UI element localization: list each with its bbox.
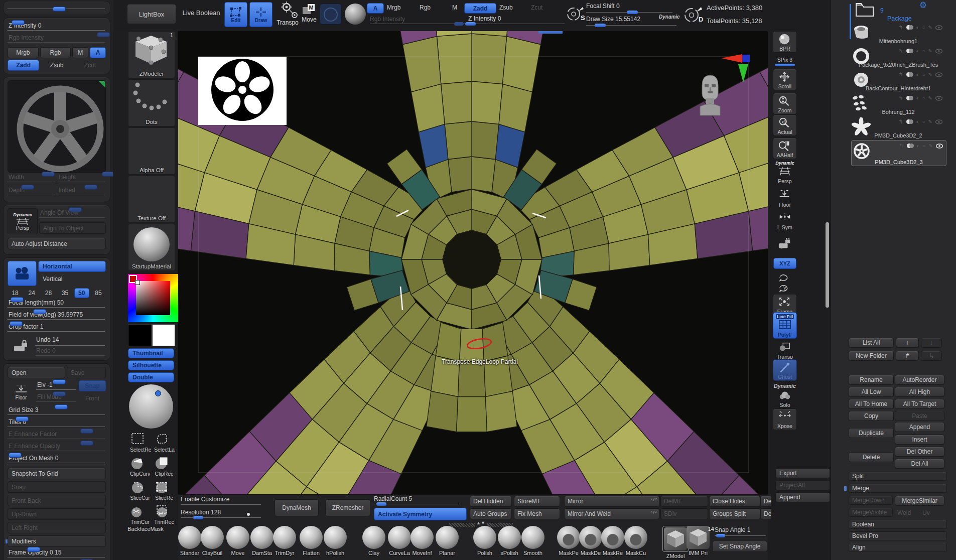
brush-icon[interactable]: ✎	[928, 72, 932, 77]
geom-del-hidden-button[interactable]: Del Hidden	[470, 496, 512, 507]
clipped-slider[interactable]	[8, 6, 106, 11]
radial-count-track[interactable]	[374, 504, 458, 504]
frame-opacity-slider[interactable]: Frame Opacity 0.15	[8, 549, 106, 560]
shelf-zoom-button[interactable]: Zoom	[773, 93, 797, 114]
m-mode-button[interactable]: M	[452, 4, 457, 11]
depth-slider[interactable]: Depth	[8, 187, 56, 198]
eye-icon[interactable]	[935, 25, 942, 30]
up-down-button[interactable]: Up-Down	[8, 508, 106, 520]
uv-button[interactable]: Uv	[922, 509, 930, 516]
tray-tool-selectre[interactable]: SelectRe	[130, 432, 150, 453]
all-high-button[interactable]: All High	[895, 387, 944, 397]
rgb-mode-button[interactable]: Rgb	[420, 4, 431, 11]
split-button[interactable]: Split	[849, 472, 947, 481]
focal-35[interactable]: 35	[58, 288, 73, 298]
move-out-folder-button[interactable]: ↱	[896, 351, 919, 361]
tray-item-texture-off[interactable]: Texture Off	[128, 176, 175, 223]
boolean-button[interactable]: Boolean	[849, 520, 947, 529]
half-icon[interactable]: ◐	[916, 72, 919, 77]
half-icon[interactable]: ◐	[916, 25, 919, 30]
polypaint-icon[interactable]	[906, 72, 913, 77]
tool-preview[interactable]	[8, 80, 106, 173]
floor-button[interactable]: Floor	[8, 380, 35, 404]
focal-shift-thumb[interactable]	[627, 11, 638, 14]
subtool-row-icons[interactable]: ↰◐○✎	[898, 48, 942, 54]
geom-storemt-button[interactable]: StoreMT	[514, 496, 560, 507]
width-slider[interactable]: Width	[8, 174, 56, 185]
folder-name[interactable]: Package	[887, 15, 912, 22]
subtool-row-2[interactable]: ↰◐○✎Package_9x20Inch_ZBrush_Tes	[851, 46, 945, 68]
circle-icon[interactable]: ○	[922, 72, 925, 77]
elv-slider[interactable]: Elv -1	[36, 381, 77, 392]
list-arrow-icon[interactable]: ↰	[898, 48, 903, 54]
open-button[interactable]: Open	[8, 367, 65, 378]
color-picker-square[interactable]	[136, 281, 170, 315]
shelf-xyz-button[interactable]: XYZ	[773, 258, 797, 269]
brush-maskcu[interactable]: MaskCu	[622, 526, 650, 556]
m-button[interactable]: M	[72, 47, 88, 58]
z-intensity-slider[interactable]: Z Intensity 0	[8, 22, 106, 33]
imbed-slider[interactable]: Imbed	[58, 187, 106, 198]
half-icon[interactable]: ◐	[916, 48, 919, 54]
list-arrow-icon[interactable]: ↰	[898, 118, 903, 125]
color-picker[interactable]	[128, 274, 178, 322]
main-color-swatch[interactable]	[128, 324, 152, 346]
all-to-home-button[interactable]: All To Home	[849, 399, 894, 409]
brush-polish[interactable]: Polish	[471, 526, 499, 556]
focal-85[interactable]: 85	[91, 288, 106, 298]
brush-icon[interactable]: ✎	[928, 48, 932, 54]
align-button[interactable]: Align	[849, 543, 947, 552]
enable-customize-track[interactable]	[181, 504, 261, 505]
gradient-swatch[interactable]	[320, 4, 342, 25]
floor-snap-button[interactable]: Snap	[79, 380, 106, 391]
auto-reorder-button[interactable]: AutoReorder	[895, 375, 944, 385]
all-to-target-button[interactable]: All To Target	[895, 399, 944, 409]
shelf-transp-button[interactable]: Transp	[773, 341, 797, 360]
gear-icon[interactable]: ⚙	[919, 0, 927, 11]
weld-button[interactable]: Weld	[897, 509, 911, 516]
brush-hpolish[interactable]: hPolish	[321, 526, 349, 556]
modifiers-button[interactable]: Modifiers	[8, 535, 106, 547]
rename-button[interactable]: Rename	[849, 375, 894, 385]
shelf-aahalf-button[interactable]: AAHalf	[773, 137, 797, 159]
insert-button[interactable]: Insert	[895, 435, 944, 445]
lightbox-button[interactable]: LightBox	[127, 4, 176, 24]
fill-mode-slider[interactable]: Fill Mode	[36, 393, 77, 404]
focal-24[interactable]: 24	[24, 288, 39, 298]
align-to-object-button[interactable]: Align To Object	[39, 222, 106, 234]
auto-adjust-distance-button[interactable]: Auto Adjust Distance	[8, 238, 106, 249]
grid-size-slider[interactable]: Grid Size 3	[8, 406, 106, 417]
merge-visible-button[interactable]: MergeVisible	[849, 508, 893, 517]
subtool-row-icons[interactable]: ↰◐○✎	[899, 143, 943, 149]
project-on-mesh-slider[interactable]: Project On Mesh 0	[8, 455, 106, 466]
export-button[interactable]: Export	[775, 468, 830, 478]
preview-light-sphere[interactable]	[129, 384, 173, 429]
snap-angle-label[interactable]: Snap Angle 1	[715, 526, 750, 533]
eye-icon[interactable]	[935, 96, 942, 101]
polypaint-icon[interactable]	[906, 119, 913, 124]
list-arrow-icon[interactable]: ↰	[898, 24, 903, 31]
camview-head-widget[interactable]	[695, 71, 725, 116]
polypaint-icon[interactable]	[906, 96, 913, 100]
light-dot[interactable]	[155, 390, 161, 396]
folder-icon[interactable]	[855, 2, 874, 17]
enable-customize-label[interactable]: Enable Customize	[181, 496, 229, 503]
e-enhance-opacity-slider[interactable]: E Enhance Opacity	[8, 443, 106, 454]
eye-icon[interactable]	[935, 119, 942, 124]
focal-18[interactable]: 18	[8, 288, 23, 298]
shelf-polyf-button[interactable]: Line FillPolyF	[773, 312, 797, 339]
half-icon[interactable]: ◐	[916, 119, 919, 124]
activate-symmetry-button[interactable]: Activate Symmetry	[374, 508, 467, 520]
half-icon[interactable]: ◐	[916, 95, 919, 101]
focal-length-slider[interactable]: Focal length(mm) 50	[8, 299, 106, 310]
rgb-intensity-thumb[interactable]	[454, 22, 464, 26]
geom-mirror-button[interactable]: Mirrorxyz	[564, 496, 659, 507]
redo-slider[interactable]: Redo 0	[35, 347, 106, 356]
spix-slider[interactable]	[775, 64, 795, 66]
silhouette-button[interactable]: Silhouette	[128, 360, 174, 370]
front-back-button[interactable]: Front-Back	[8, 495, 106, 506]
brush-claybuil[interactable]: ClayBuil	[198, 526, 226, 556]
dynamesh-button[interactable]: DynaMesh	[275, 499, 319, 516]
live-boolean-button[interactable]: Live Boolean	[174, 9, 229, 17]
subtool-row-icons[interactable]: ↰◐○✎	[898, 118, 942, 125]
